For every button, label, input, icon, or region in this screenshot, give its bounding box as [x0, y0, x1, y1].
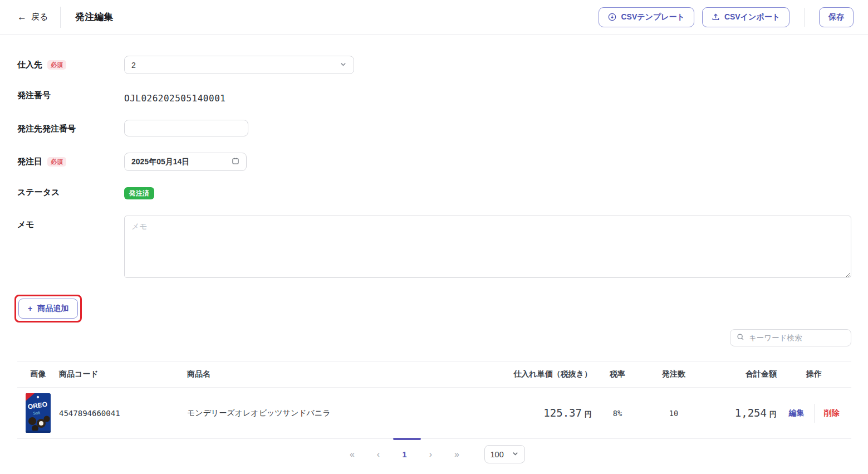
col-image: 画像 — [17, 369, 59, 379]
col-tax-rate: 税率 — [592, 369, 643, 379]
pagination-last-button[interactable]: » — [448, 446, 466, 463]
status-row: ステータス 発注済 — [17, 187, 851, 199]
back-label: 戻る — [31, 12, 48, 22]
supplier-label-text: 仕入先 — [17, 60, 42, 70]
add-product-label: 商品追加 — [37, 304, 68, 314]
total-value: 1,254 — [735, 407, 767, 419]
supplier-order-number-input[interactable] — [124, 120, 248, 136]
pagination-current-page[interactable]: 1 — [396, 446, 414, 463]
calendar-icon — [232, 157, 239, 167]
pagination: « ‹ 1 › » 100 — [0, 439, 868, 463]
order-number-row: 発注番号 OJL026202505140001 — [17, 90, 851, 104]
tax-rate-value: 8% — [592, 409, 643, 418]
csv-import-button[interactable]: CSVインポート — [702, 7, 789, 27]
required-badge: 必須 — [47, 157, 66, 167]
unit-price-value: 125.37 — [543, 407, 582, 419]
search-icon — [737, 333, 744, 343]
plus-icon: + — [28, 305, 32, 312]
chevron-down-icon — [340, 61, 347, 70]
save-button[interactable]: 保存 — [819, 7, 854, 27]
order-number-label-text: 発注番号 — [17, 90, 51, 101]
quantity-value: 10 — [643, 409, 704, 418]
upload-icon — [712, 13, 720, 21]
pagination-next-button[interactable]: › — [422, 446, 440, 463]
table-header-row: 画像 商品コード 商品名 仕入れ単価（税抜き） 税率 発注数 合計金額 操作 — [17, 361, 851, 388]
status-label: ステータス — [17, 187, 124, 198]
required-badge: 必須 — [47, 60, 66, 70]
col-name: 商品名 — [187, 369, 504, 379]
page-size-select[interactable]: 100 — [484, 445, 525, 463]
csv-template-button[interactable]: CSVテンプレート — [599, 7, 694, 27]
topbar-actions: CSVテンプレート CSVインポート 保存 — [599, 7, 854, 27]
memo-row: メモ — [17, 216, 851, 280]
topbar-divider — [60, 7, 61, 28]
status-badge: 発注済 — [124, 187, 154, 199]
top-bar: ← 戻る 発注編集 CSVテンプレート CSVインポート 保存 — [0, 0, 868, 35]
ops-divider — [814, 404, 815, 423]
ops-cell: 編集 削除 — [777, 404, 851, 423]
supplier-order-number-row: 発注先発注番号 — [17, 120, 851, 136]
status-label-text: ステータス — [17, 187, 60, 198]
csv-import-label: CSVインポート — [724, 12, 780, 22]
order-date-label-text: 発注日 — [17, 157, 42, 167]
edit-button[interactable]: 編集 — [789, 408, 805, 418]
order-number-label: 発注番号 — [17, 90, 124, 101]
csv-template-label: CSVテンプレート — [621, 12, 684, 22]
product-image: OREO Soft — [26, 393, 51, 433]
supplier-select-value: 2 — [131, 61, 136, 70]
supplier-select[interactable]: 2 — [124, 56, 354, 74]
pagination-prev-button[interactable]: ‹ — [370, 446, 388, 463]
search-row — [0, 322, 868, 346]
add-product-button[interactable]: + 商品追加 — [18, 299, 78, 319]
col-total: 合計金額 — [704, 369, 777, 379]
unit-price-currency: 円 — [585, 410, 592, 418]
col-unit-price: 仕入れ単価（税抜き） — [504, 369, 592, 379]
supplier-row: 仕入先 必須 2 — [17, 56, 851, 74]
product-image-cell: OREO Soft — [17, 393, 59, 433]
search-input[interactable] — [749, 334, 847, 342]
total-currency: 円 — [769, 410, 777, 418]
col-ops: 操作 — [777, 369, 851, 379]
download-icon — [608, 13, 616, 21]
order-date-input[interactable]: 2025年05月14日 — [124, 153, 247, 171]
supplier-order-number-label-text: 発注先発注番号 — [17, 124, 76, 134]
annotation-highlight: + 商品追加 — [14, 295, 82, 322]
page-size-value: 100 — [491, 450, 504, 459]
add-product-area: + 商品追加 — [14, 294, 868, 322]
product-code: 4547894660041 — [59, 409, 187, 418]
save-label: 保存 — [828, 12, 844, 22]
col-quantity: 発注数 — [643, 369, 704, 379]
memo-label-text: メモ — [17, 219, 35, 230]
search-box[interactable] — [730, 329, 851, 346]
total-cell: 1,254円 — [704, 407, 777, 419]
table-row: OREO Soft 4547894660041 モンデリーズオレオビッツサンドバ… — [17, 388, 851, 439]
page-title: 発注編集 — [75, 11, 113, 23]
supplier-label: 仕入先 必須 — [17, 56, 124, 70]
col-code: 商品コード — [59, 369, 187, 379]
items-table: 画像 商品コード 商品名 仕入れ単価（税抜き） 税率 発注数 合計金額 操作 O… — [17, 361, 851, 439]
memo-label: メモ — [17, 216, 124, 230]
order-date-label: 発注日 必須 — [17, 153, 124, 167]
order-date-row: 発注日 必須 2025年05月14日 — [17, 153, 851, 171]
order-form: 仕入先 必須 2 発注番号 OJL026202505140001 発注先発注番号 — [0, 35, 868, 280]
chevron-down-icon — [512, 450, 519, 459]
unit-price-cell: 125.37円 — [504, 407, 592, 419]
actions-divider — [804, 8, 805, 27]
memo-textarea[interactable] — [124, 216, 851, 278]
back-button[interactable]: ← 戻る — [17, 12, 48, 22]
supplier-order-number-label: 発注先発注番号 — [17, 120, 124, 134]
order-date-value: 2025年05月14日 — [131, 157, 189, 167]
delete-button[interactable]: 削除 — [824, 408, 840, 418]
pagination-first-button[interactable]: « — [344, 446, 361, 463]
back-arrow-icon: ← — [17, 12, 27, 22]
horizontal-scrollbar-thumb[interactable] — [393, 438, 421, 440]
product-name: モンデリーズオレオビッツサンドバニラ — [187, 408, 504, 418]
order-number-value: OJL026202505140001 — [124, 90, 851, 104]
